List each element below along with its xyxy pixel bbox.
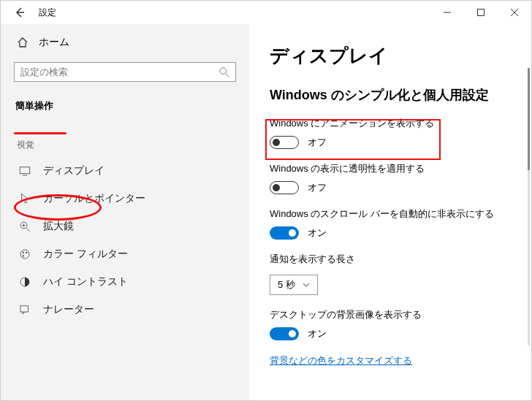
toggle-state-text: オフ [308,181,327,194]
scrollbar-thumb[interactable] [528,68,530,170]
sidebar-item-display[interactable]: ディスプレイ [1,157,249,185]
search-input[interactable] [20,66,219,77]
chevron-down-icon [303,281,310,289]
section-visual: 視覚 [17,139,236,151]
select-value: 5 秒 [278,278,295,291]
toggle-background[interactable] [270,327,299,340]
scrollbar-track[interactable] [528,68,530,345]
sidebar-item-narrator[interactable]: ナレーター [1,296,249,324]
toggle-state-text: オン [308,327,327,340]
customize-colors-link[interactable]: 背景などの色をカスタマイズする [270,355,412,366]
close-button[interactable] [498,1,531,24]
sidebar-item-label: ハイ コントラスト [43,275,128,289]
setting-transparency: Windows の表示に透明性を適用する オフ [270,162,511,194]
setting-label: Windows のスクロール バーを自動的に非表示にする [270,207,511,221]
search-field[interactable] [14,62,236,82]
svg-point-4 [220,67,227,74]
page-subheading: Windows のシンプル化と個人用設定 [270,86,511,104]
sidebar-item-label: 拡大鏡 [43,220,74,233]
setting-label: デスクトップの背景画像を表示する [270,308,511,321]
svg-point-15 [23,255,24,256]
svg-point-14 [26,252,27,253]
palette-icon [18,248,31,261]
search-icon [219,67,229,77]
svg-point-12 [20,250,29,259]
annotation-circle [14,194,102,221]
setting-background: デスクトップの背景画像を表示する オン [270,308,511,340]
toggle-scrollbar[interactable] [270,226,299,240]
setting-label: 通知を表示する長さ [270,253,511,266]
setting-notification-duration: 通知を表示する長さ 5 秒 [270,253,511,295]
annotation-underline [14,132,66,134]
sidebar-item-colorfilter[interactable]: カラー フィルター [1,240,249,268]
magnifier-icon [18,220,31,233]
toggle-animations[interactable] [270,136,299,149]
svg-point-13 [23,252,24,253]
sidebar: ホーム 簡単操作 視覚 ディスプレイ カーソルとポインター 拡大鏡 [1,24,249,400]
sidebar-item-contrast[interactable]: ハイ コントラスト [1,268,249,296]
display-icon [18,164,31,177]
sidebar-item-label: カラー フィルター [43,248,128,261]
window-title: 設定 [39,7,56,19]
sidebar-list: ディスプレイ カーソルとポインター 拡大鏡 カラー フィルター ハイ コントラス… [1,157,249,324]
page-heading: ディスプレイ [270,43,511,69]
category-heading: 簡単操作 [15,99,53,112]
svg-rect-6 [20,167,30,174]
maximize-button[interactable] [464,1,498,24]
svg-line-5 [226,73,229,76]
svg-rect-17 [20,306,28,312]
setting-scrollbar: Windows のスクロール バーを自動的に非表示にする オン [270,207,511,240]
sidebar-item-label: ナレーター [43,303,94,316]
minimize-button[interactable] [430,1,464,24]
toggle-transparency[interactable] [270,181,299,194]
back-button[interactable] [10,7,30,18]
back-arrow-icon [14,7,26,18]
home-label: ホーム [39,36,69,49]
titlebar: 設定 [1,1,531,24]
toggle-state-text: オン [308,226,327,240]
narrator-icon [18,303,31,316]
svg-line-9 [26,228,30,232]
setting-label: Windows の表示に透明性を適用する [270,162,511,175]
svg-rect-1 [478,9,484,16]
sidebar-item-label: ディスプレイ [43,164,104,177]
content-pane: ディスプレイ Windows のシンプル化と個人用設定 Windows にアニメ… [249,24,531,400]
notification-duration-select[interactable]: 5 秒 [270,275,318,295]
contrast-icon [18,275,31,289]
home-link[interactable]: ホーム [17,36,236,49]
home-icon [17,37,28,48]
